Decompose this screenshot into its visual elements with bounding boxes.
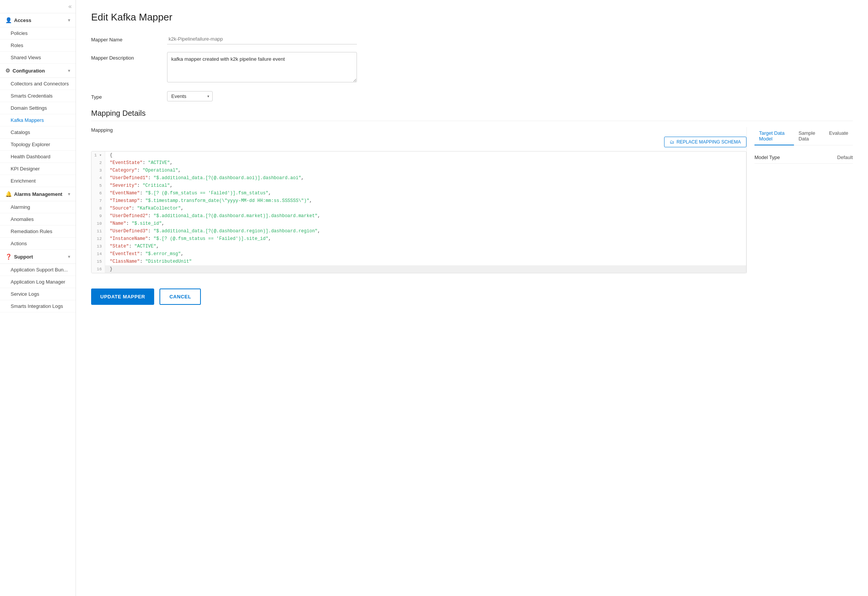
model-type-label: Model Type bbox=[754, 155, 780, 160]
code-line-6: 6 "EventName": "$.[? (@.fsm_status == 'F… bbox=[92, 189, 746, 197]
mapper-description-label: Mapper Description bbox=[91, 52, 167, 61]
sidebar-item-app-support[interactable]: Application Support Bun... bbox=[0, 264, 76, 276]
right-panel-tabs: Target Data Model Sample Data Evaluate bbox=[754, 127, 853, 145]
sidebar-collapse-button[interactable]: « bbox=[0, 0, 76, 13]
sidebar-item-collectors[interactable]: Collectors and Connectors bbox=[0, 78, 76, 90]
support-chevron: ▾ bbox=[68, 254, 70, 259]
type-value: Events bbox=[171, 93, 186, 99]
sidebar-config-items: Collectors and Connectors Smarts Credent… bbox=[0, 78, 76, 187]
main-content: Edit Kafka Mapper Mapper Name Mapper Des… bbox=[76, 0, 868, 596]
type-row: Type Events ▾ bbox=[91, 91, 853, 101]
sidebar-section-alarms[interactable]: 🔔Alarms Management ▾ bbox=[0, 187, 76, 201]
sidebar-section-support[interactable]: ❓Support ▾ bbox=[0, 250, 76, 264]
sidebar-access-items: Policies Roles Shared Views bbox=[0, 27, 76, 64]
sidebar-item-anomalies[interactable]: Anomalies bbox=[0, 213, 76, 225]
model-type-value: Default bbox=[837, 155, 853, 160]
config-chevron: ▾ bbox=[68, 68, 70, 73]
mapper-description-control: kafka mapper created with k2k pipeline f… bbox=[167, 52, 357, 84]
sidebar-item-kafka-mappers[interactable]: Kafka Mappers bbox=[0, 114, 76, 126]
sidebar-item-catalogs[interactable]: Catalogs bbox=[0, 126, 76, 139]
mapper-description-input[interactable]: kafka mapper created with k2k pipeline f… bbox=[167, 52, 357, 82]
sidebar-section-access[interactable]: 👤Access ▾ bbox=[0, 13, 76, 27]
alarms-chevron: ▾ bbox=[68, 192, 70, 197]
tab-target-data-model[interactable]: Target Data Model bbox=[754, 127, 794, 145]
sidebar-alarms-items: Alarming Anomalies Remediation Rules Act… bbox=[0, 201, 76, 250]
access-icon: 👤 bbox=[5, 17, 12, 23]
type-label: Type bbox=[91, 91, 167, 100]
code-line-10: 10 "Name": "$.site_id", bbox=[92, 220, 746, 227]
sidebar-item-policies[interactable]: Policies bbox=[0, 27, 76, 39]
sidebar-section-support-label: Support bbox=[14, 254, 33, 260]
code-line-4: 4 "UserDefined1": "$.additional_data.[?(… bbox=[92, 174, 746, 182]
replace-mapping-schema-button[interactable]: 🗂 REPLACE MAPPING SCHEMA bbox=[664, 137, 746, 147]
mapper-name-control bbox=[167, 34, 357, 44]
tab-evaluate[interactable]: Evaluate bbox=[824, 127, 853, 145]
sidebar-section-alarms-label: Alarms Management bbox=[14, 191, 62, 197]
right-panel: Target Data Model Sample Data Evaluate M… bbox=[746, 127, 853, 273]
sidebar-item-topology-explorer[interactable]: Topology Explorer bbox=[0, 139, 76, 151]
access-chevron: ▾ bbox=[68, 18, 70, 23]
sidebar-item-kpi-designer[interactable]: KPI Designer bbox=[0, 163, 76, 175]
cancel-button[interactable]: CANCEL bbox=[159, 289, 201, 305]
code-line-5: 5 "Severity": "Critical", bbox=[92, 182, 746, 189]
code-line-16: 16 } bbox=[92, 265, 746, 273]
support-icon: ❓ bbox=[5, 254, 12, 260]
code-line-9: 9 "UserDefined2": "$.additional_data.[?(… bbox=[92, 212, 746, 220]
code-line-14: 14 "EventText": "$.error_msg", bbox=[92, 250, 746, 258]
mapping-editor-area: Mappping 🗂 REPLACE MAPPING SCHEMA 1 ▾ { … bbox=[91, 127, 746, 273]
footer-buttons: UPDATE MAPPER CANCEL bbox=[91, 289, 853, 316]
sidebar-section-config-label: Configuration bbox=[13, 68, 45, 74]
code-line-7: 7 "Timestamp": "$.timestamp.transform_da… bbox=[92, 197, 746, 205]
mapper-description-row: Mapper Description kafka mapper created … bbox=[91, 52, 853, 84]
sidebar-item-actions[interactable]: Actions bbox=[0, 238, 76, 250]
code-line-2: 2 "EventState": "ACTIVE", bbox=[92, 159, 746, 167]
sidebar-item-smarts-credentials[interactable]: Smarts Credentials bbox=[0, 90, 76, 102]
model-type-row: Model Type Default bbox=[754, 151, 853, 164]
sidebar-item-app-log-manager[interactable]: Application Log Manager bbox=[0, 276, 76, 288]
mapping-label: Mappping bbox=[91, 127, 746, 133]
type-control: Events ▾ bbox=[167, 91, 357, 101]
sidebar-section-configuration[interactable]: ⚙Configuration ▾ bbox=[0, 64, 76, 78]
code-line-12: 12 "InstanceName": "$.[? (@.fsm_status =… bbox=[92, 235, 746, 243]
sidebar-item-enrichment[interactable]: Enrichment bbox=[0, 175, 76, 187]
sidebar-item-alarming[interactable]: Alarming bbox=[0, 201, 76, 213]
config-icon: ⚙ bbox=[5, 68, 10, 74]
replace-btn-label: REPLACE MAPPING SCHEMA bbox=[677, 139, 741, 145]
alarms-icon: 🔔 bbox=[5, 191, 12, 197]
code-editor[interactable]: 1 ▾ { 2 "EventState": "ACTIVE", 3 "Categ… bbox=[91, 151, 746, 273]
sidebar-item-shared-views[interactable]: Shared Views bbox=[0, 52, 76, 64]
mapping-section: Mappping 🗂 REPLACE MAPPING SCHEMA 1 ▾ { … bbox=[91, 127, 853, 273]
sidebar-item-health-dashboard[interactable]: Health Dashboard bbox=[0, 151, 76, 163]
sidebar-item-service-logs[interactable]: Service Logs bbox=[0, 288, 76, 300]
sidebar-item-remediation-rules[interactable]: Remediation Rules bbox=[0, 225, 76, 238]
type-chevron-icon: ▾ bbox=[207, 94, 209, 98]
code-line-15: 15 "ClassName": "DistributedUnit" bbox=[92, 258, 746, 265]
sidebar-item-roles[interactable]: Roles bbox=[0, 39, 76, 52]
sidebar: « 👤Access ▾ Policies Roles Shared Views … bbox=[0, 0, 76, 596]
sidebar-section-access-label: Access bbox=[14, 17, 32, 23]
code-line-1: 1 ▾ { bbox=[92, 151, 746, 159]
page-title: Edit Kafka Mapper bbox=[91, 11, 853, 23]
update-mapper-button[interactable]: UPDATE MAPPER bbox=[91, 289, 154, 305]
code-line-11: 11 "UserDefined3": "$.additional_data.[?… bbox=[92, 227, 746, 235]
code-line-13: 13 "State": "ACTIVE", bbox=[92, 243, 746, 250]
type-select[interactable]: Events ▾ bbox=[167, 91, 213, 101]
tab-sample-data[interactable]: Sample Data bbox=[794, 127, 825, 145]
sidebar-item-domain-settings[interactable]: Domain Settings bbox=[0, 102, 76, 114]
mapper-name-row: Mapper Name bbox=[91, 34, 853, 44]
replace-icon: 🗂 bbox=[670, 139, 674, 145]
mapping-details-title: Mapping Details bbox=[91, 109, 853, 121]
code-line-8: 8 "Source": "KafkaCollector", bbox=[92, 205, 746, 212]
code-line-3: 3 "Category": "Operational", bbox=[92, 167, 746, 174]
mapper-name-input[interactable] bbox=[167, 34, 357, 44]
sidebar-support-items: Application Support Bun... Application L… bbox=[0, 264, 76, 312]
sidebar-item-smarts-integration-logs[interactable]: Smarts Integration Logs bbox=[0, 300, 76, 312]
mapper-name-label: Mapper Name bbox=[91, 34, 167, 43]
